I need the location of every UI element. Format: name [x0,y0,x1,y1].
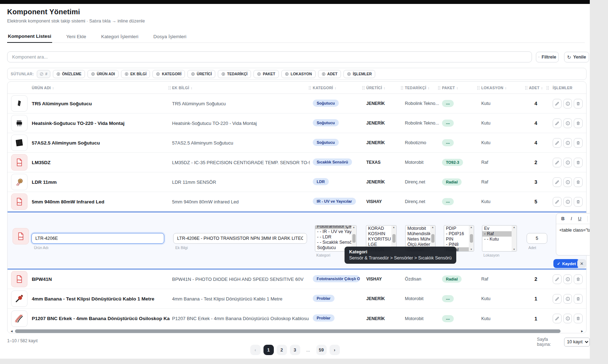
listbox-option[interactable]: - - Kutu [482,237,512,242]
column-chip-tedarikci[interactable]: TEDARİKÇİ [218,70,251,78]
page-button-1[interactable]: 1 [263,345,274,355]
edit-button[interactable] [553,274,562,284]
listbox-option[interactable]: Netes Müher [406,237,430,242]
edit-button[interactable] [553,177,562,187]
info-button[interactable] [563,294,572,304]
scrollbar-thumb[interactable] [15,329,561,333]
edit-button[interactable] [553,138,562,148]
column-drag-handle[interactable] [362,86,365,90]
edit-button[interactable] [553,158,562,167]
save-button[interactable]: ✓ Kaydet [553,259,579,268]
header-lokasyon[interactable]: LOKASYON↕ [478,86,524,90]
listbox-option[interactable]: PIN [444,237,469,242]
listbox-option[interactable]: - - IR - UV ve Yayıcıla [315,229,351,234]
column-chip-kategori[interactable]: KATEGORİ [152,70,185,78]
info-button[interactable] [563,99,572,108]
header-tedarikci[interactable]: TEDARİKÇİ↕ [402,86,439,90]
page-size-select[interactable]: 10 kayıt [564,338,590,347]
column-chip-ek-bilgi[interactable]: EK BİLGİ [121,70,150,78]
delete-button[interactable] [574,294,583,304]
column-chip-onizleme[interactable]: ÖNİZLEME [53,70,85,78]
info-button[interactable] [563,274,572,284]
delete-button[interactable] [574,274,583,284]
editor-content[interactable]: <table class="ta [556,224,590,236]
scroll-right-icon[interactable]: ► [581,329,584,333]
next-page-button[interactable]: › [330,345,340,355]
scroll-down-icon[interactable]: ▼ [513,248,516,251]
table-row[interactable]: 4mm Banana - Test Klipsi Dönüştürücü Kab… [7,289,586,309]
header-kategori[interactable]: KATEGORİ↕ [310,86,363,90]
header-ek-bilgi[interactable]: EK BİLGİ↕ [170,86,310,90]
info-button[interactable] [563,197,572,207]
scroll-up-icon[interactable]: ▲ [353,226,355,229]
table-row[interactable]: 57AS2.5 Aliminyum Soğutucu 57AS2.5 Alimi… [7,133,586,153]
cancel-edit-button[interactable]: ✕ [577,259,586,268]
info-button[interactable] [563,138,572,148]
scroll-up-icon[interactable]: ▲ [432,226,434,229]
scroll-left-icon[interactable]: ◄ [10,329,13,333]
listbox-option[interactable]: KOSHIN [366,231,391,237]
refresh-button[interactable]: ↻ Yenile [564,52,589,62]
delete-button[interactable] [574,99,583,108]
listbox-scrollbar[interactable]: ▲▼ [469,226,474,251]
column-chip-paket[interactable]: PAKET [253,70,279,78]
edit-extra-info-input[interactable] [173,233,307,244]
header-uretici[interactable]: ÜRETİCİ↕ [363,86,402,90]
listbox-option[interactable]: - Raf [482,231,512,237]
delete-button[interactable] [574,177,583,187]
column-drag-handle[interactable] [308,86,311,90]
column-drag-handle[interactable] [168,86,171,90]
tab-komponent-listesi[interactable]: Komponent Listesi [7,30,52,43]
page-button-59[interactable]: 59 [316,345,327,355]
column-drag-handle[interactable] [477,86,479,90]
listbox-option[interactable]: Fototransistör Çık [315,225,351,229]
column-drag-handle[interactable] [438,86,440,90]
listbox-option[interactable]: PDIP [444,226,469,231]
table-row[interactable]: TR5 Alüminyum Soğutucu TR5 Alüminyum Soğ… [7,94,586,113]
search-input[interactable] [7,51,532,62]
page-button-3[interactable]: 3 [290,345,300,355]
delete-button[interactable] [574,314,583,323]
delete-button[interactable] [574,138,583,148]
listbox-scrollbar[interactable]: ▲▼ [512,226,517,251]
table-row[interactable]: P1207 BNC Erkek - 4mm Banana Dönüştürücü… [7,309,586,328]
tab-kategori-islemleri[interactable]: Kategori İşlemleri [100,31,139,42]
info-button[interactable] [563,158,572,167]
table-row[interactable]: LDR 11mm LDR 11mm SENSÖR LDR JENERİK Dir… [7,172,586,192]
listbox-option[interactable]: KORAD [366,226,391,231]
listbox-option[interactable]: - PDIP16 [444,231,469,237]
column-chip-urun-adi[interactable]: ÜRÜN ADI [87,70,119,78]
info-button[interactable] [563,314,572,323]
italic-button[interactable]: I [571,216,572,221]
scroll-up-icon[interactable]: ▲ [393,226,395,229]
scroll-up-icon[interactable]: ▲ [470,226,473,229]
column-drag-handle[interactable] [525,86,527,90]
scroll-up-icon[interactable]: ▲ [513,226,516,229]
edit-button[interactable] [553,197,562,207]
delete-button[interactable] [574,118,583,128]
column-chip-uretici[interactable]: ÜRETİCİ [187,70,215,78]
listbox-option[interactable]: - - LDR [315,234,351,240]
delete-button[interactable] [574,158,583,167]
column-chip-adet[interactable]: ADET [318,70,341,78]
table-row[interactable]: PDF BPW41N BPW41N - PHOTO DIODE HIGH AND… [7,269,586,289]
column-chip-islemler[interactable]: İŞLEMLER [343,70,375,78]
edit-button[interactable] [553,99,562,108]
edit-product-name-input[interactable] [31,233,164,244]
edit-button[interactable] [553,118,562,128]
table-row[interactable]: PDF LM35DZ LM35DZ - IC-35 PRECISION CENT… [7,153,586,172]
header-paket[interactable]: PAKET↕ [439,86,478,90]
delete-button[interactable] [574,197,583,207]
header-adet[interactable]: ADET↕ [524,86,548,90]
rich-text-editor[interactable]: B I U <table class="ta [556,213,590,256]
listbox-option[interactable]: Ev [482,226,512,231]
edit-button[interactable] [553,294,562,304]
header-urun-adi[interactable]: ÜRÜN ADI↕ [30,86,170,90]
tab-yeni-ekle[interactable]: Yeni Ekle [66,31,87,42]
column-chip-hash[interactable]: # [37,70,50,78]
horizontal-scrollbar[interactable]: ◄ ► [7,328,586,334]
edit-quantity-input[interactable] [527,233,547,244]
tab-dosya-islemleri[interactable]: Dosya İşlemleri [153,31,187,42]
table-row[interactable]: Heatsink-Soğutucu TO-220 - Vida Montaj H… [7,113,586,133]
column-drag-handle[interactable] [546,86,549,90]
